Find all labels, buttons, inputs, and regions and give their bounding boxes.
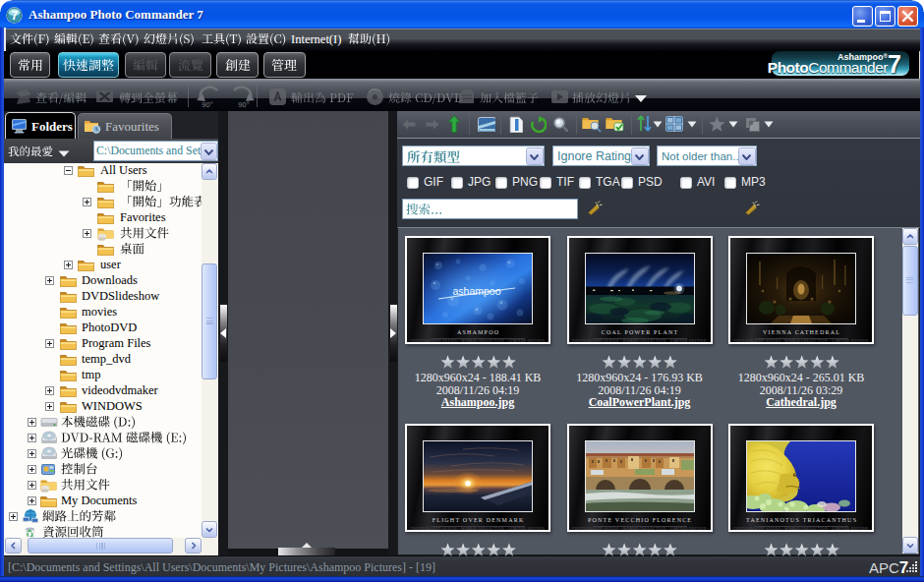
svg-text:90°: 90° — [238, 100, 249, 109]
svg-text:7: 7 — [11, 9, 18, 23]
svg-text:90°: 90° — [202, 100, 212, 109]
svg-text:ashampoo: ashampoo — [452, 285, 500, 297]
